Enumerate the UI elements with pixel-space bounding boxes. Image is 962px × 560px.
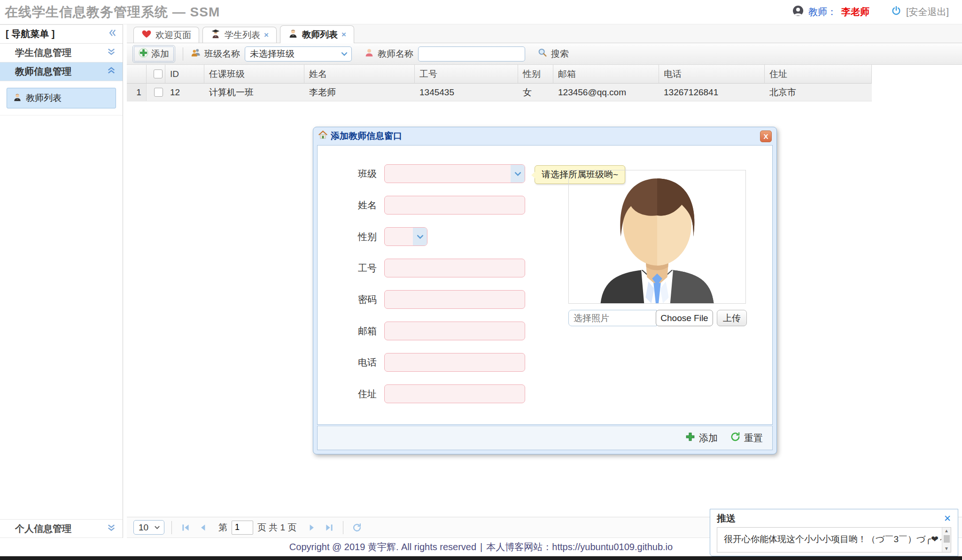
sidebar-item-teacher-list[interactable]: 教师列表: [7, 88, 116, 108]
table-row[interactable]: 1 12 计算机一班 李老师 1345435 女 123456@qq.com 1…: [127, 84, 872, 101]
blog-link[interactable]: 本人博客网站：https://yubuntu0109.github.io: [486, 541, 673, 553]
tab-label: 欢迎页面: [155, 29, 191, 41]
add-button[interactable]: 添加: [132, 45, 175, 63]
dialog-close-button[interactable]: X: [760, 130, 772, 142]
search-icon: [537, 47, 548, 60]
tab-student-list[interactable]: 学生列表 ×: [202, 27, 277, 43]
photo-filename-input[interactable]: [568, 310, 657, 326]
tab-welcome[interactable]: 欢迎页面: [133, 27, 199, 43]
tab-teacher-list[interactable]: 教师列表 ×: [280, 25, 354, 43]
teacher-name-input[interactable]: [418, 46, 525, 61]
column-header-name[interactable]: 姓名: [304, 65, 415, 84]
field-label: 住址: [347, 388, 377, 400]
chevron-down-icon[interactable]: [511, 165, 525, 183]
window-bottom-edge: [0, 556, 962, 560]
page-size-select[interactable]: 10: [133, 520, 164, 535]
upload-button[interactable]: 上传: [717, 310, 747, 326]
select-all-cell: [147, 65, 165, 84]
cell-id: 12: [165, 84, 204, 101]
class-name-label: 班级名称: [204, 48, 240, 60]
dialog-add-button[interactable]: 添加: [685, 431, 718, 445]
column-header-email[interactable]: 邮箱: [553, 65, 659, 84]
logout-button[interactable]: [安全退出]: [891, 6, 949, 18]
refresh-button[interactable]: [350, 521, 364, 534]
scrollbar-thumb[interactable]: [944, 535, 950, 543]
last-page-button[interactable]: [323, 521, 336, 534]
column-header-address[interactable]: 住址: [765, 65, 872, 84]
class-select-value: 未选择班级: [245, 48, 337, 60]
name-field[interactable]: [384, 196, 525, 215]
select-all-checkbox[interactable]: [154, 69, 163, 78]
teacher-list-label: 教师列表: [26, 92, 62, 104]
column-header-phone[interactable]: 电话: [659, 65, 765, 84]
collapse-sidebar-icon[interactable]: [108, 28, 117, 40]
column-header-gender[interactable]: 性别: [518, 65, 553, 84]
cell-workid: 1345435: [415, 84, 518, 101]
footer-divider: |: [480, 542, 482, 552]
dialog-title-bar[interactable]: 添加教师信息窗口 X: [313, 127, 776, 145]
header-bar: 在线学生信息教务管理系统 — SSM 教师： 李老师 [安全退出]: [0, 0, 962, 24]
class-combobox[interactable]: [384, 164, 525, 183]
chevron-down-icon[interactable]: [413, 228, 427, 245]
teacher-icon: [13, 92, 22, 104]
close-tab-icon[interactable]: ×: [341, 30, 346, 39]
table-header-row: ID 任课班级 姓名 工号 性别 邮箱 电话 住址: [127, 65, 872, 84]
close-icon[interactable]: ✕: [944, 513, 951, 524]
tab-bar: 欢迎页面 学生列表 × 教师列表 ×: [127, 24, 962, 43]
chevron-down-icon: [150, 521, 164, 534]
password-field[interactable]: [384, 290, 525, 309]
address-field[interactable]: [384, 384, 525, 403]
column-header-class[interactable]: 任课班级: [204, 65, 304, 84]
phone-field[interactable]: [384, 353, 525, 372]
chevron-down-icon[interactable]: [337, 47, 351, 61]
chevron-double-up-icon: [107, 66, 116, 77]
page-size-value: 10: [134, 522, 150, 533]
push-panel-header: 推送 ✕: [710, 509, 958, 525]
form-row-phone: 电话: [347, 353, 772, 372]
first-page-button[interactable]: [179, 521, 192, 534]
scroll-down-icon[interactable]: ▼: [944, 545, 949, 552]
dialog-body: 班级 姓名 性别 工号 密码: [317, 145, 773, 425]
gender-combobox[interactable]: [384, 227, 427, 246]
toolbar: 添加 班级名称 未选择班级 教师名称 搜索: [127, 43, 962, 65]
chevron-double-down-icon: [107, 47, 116, 59]
teacher-icon: [288, 28, 298, 41]
add-button-label: 添加: [151, 48, 169, 60]
email-field[interactable]: [384, 322, 525, 340]
column-header-workid[interactable]: 工号: [415, 65, 518, 84]
sidebar-item-student-management[interactable]: 学生信息管理: [0, 44, 123, 62]
next-page-button[interactable]: [305, 521, 318, 534]
photo-upload-controls: Choose File 上传: [568, 310, 747, 326]
sidebar: [ 导航菜单 ] 学生信息管理 教师信息管理: [0, 24, 123, 538]
cell-phone: 13267126841: [659, 84, 765, 101]
push-scrollbar[interactable]: ▲ ▼: [942, 528, 951, 552]
cell-gender: 女: [518, 84, 553, 101]
workid-field[interactable]: [384, 259, 525, 277]
search-button-label: 搜索: [551, 48, 569, 60]
tab-label: 学生列表: [225, 29, 260, 41]
teacher-name-label: 教师名称: [378, 48, 413, 60]
plus-icon: [139, 48, 148, 60]
dialog-reset-label: 重置: [744, 432, 763, 445]
sidebar-item-teacher-management[interactable]: 教师信息管理: [0, 62, 123, 81]
row-checkbox[interactable]: [154, 88, 163, 97]
sidebar-item-personal-management[interactable]: 个人信息管理: [0, 519, 123, 538]
choose-file-button[interactable]: Choose File: [656, 310, 713, 326]
close-tab-icon[interactable]: ×: [264, 31, 269, 40]
column-header-id[interactable]: ID: [165, 65, 204, 84]
row-number-header: [127, 65, 147, 84]
class-select[interactable]: 未选择班级: [245, 46, 352, 61]
dialog-title: 添加教师信息窗口: [331, 130, 402, 142]
class-name-label-group: 班级名称: [191, 47, 240, 60]
dialog-reset-button[interactable]: 重置: [730, 431, 763, 445]
field-label: 电话: [347, 356, 377, 369]
search-button[interactable]: 搜索: [537, 47, 569, 60]
current-page-input[interactable]: [232, 521, 253, 535]
form-row-address: 住址: [347, 384, 772, 403]
logout-label: [安全退出]: [906, 6, 949, 18]
power-icon: [891, 6, 901, 18]
previous-page-button[interactable]: [196, 521, 209, 534]
heart-icon: [141, 29, 152, 41]
scroll-up-icon[interactable]: ▲: [944, 528, 949, 534]
user-name: 李老师: [841, 6, 869, 18]
